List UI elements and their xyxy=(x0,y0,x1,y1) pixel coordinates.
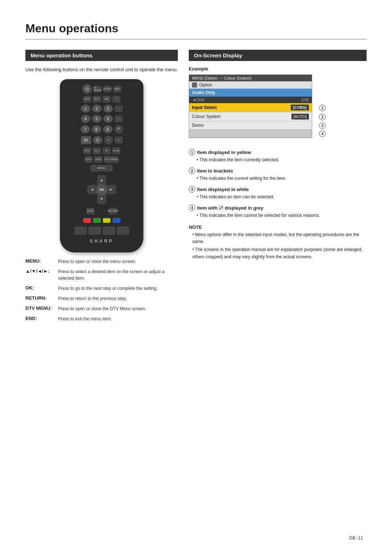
circle-1: 1 xyxy=(189,149,195,155)
osd-option-row: Option xyxy=(189,81,312,89)
key-desc-arrows: Press to select a desired item on the sc… xyxy=(58,268,178,281)
key-label-dtv-menu: DTV MENU: xyxy=(25,305,58,311)
osd-row-2-label: Colour System xyxy=(192,114,221,119)
p-btn[interactable]: P xyxy=(114,125,123,134)
ego-btn[interactable]: EGO xyxy=(94,156,102,163)
key-desc-return: Press to return to the previous step. xyxy=(58,295,127,302)
bottom-btn-3[interactable] xyxy=(103,227,115,235)
key-row-dtv-menu: DTV MENU: Press to open or close the DTV… xyxy=(25,305,178,312)
return-btn[interactable]: RETURN xyxy=(109,208,117,214)
item-title-1: 1 Item displayed in yellow xyxy=(189,149,367,155)
dpad-right[interactable]: ► xyxy=(106,185,116,194)
osd-row-1-value: [CVBS] xyxy=(291,105,309,110)
num0-btn[interactable]: 00 xyxy=(81,136,91,144)
num2-btn[interactable]: 2 xyxy=(92,105,102,113)
opc-btn[interactable]: OPC xyxy=(83,96,91,102)
note-bullet-2: The screens in the operation manual are … xyxy=(189,246,367,260)
dpad-down[interactable]: ▼ xyxy=(97,194,106,204)
example-label: Example xyxy=(189,66,367,72)
tcd-btn[interactable]: TCD xyxy=(83,147,91,154)
dot-btn[interactable]: 0 xyxy=(93,136,102,144)
key-desc-end: Press to exit the menu item. xyxy=(58,316,112,322)
num3-btn[interactable]: 3 xyxy=(103,105,113,113)
num9-btn[interactable]: 9 xyxy=(103,125,113,133)
ok-btn[interactable]: OK xyxy=(96,184,107,195)
dpad[interactable]: ▲ ▼ ◄ ► OK xyxy=(87,175,116,204)
osd-title-text: MENU [Option → Colour System] xyxy=(192,76,251,80)
remote-control: ⏻ INMODE RADIO SRD OPC DTV GB + 1 2 3 xyxy=(60,79,143,252)
circle-3: 3 xyxy=(189,186,195,193)
sleep-btn[interactable]: SLEEP xyxy=(113,147,121,154)
osd-dnr-left: ◄DNR xyxy=(192,98,205,102)
green-btn[interactable] xyxy=(93,218,101,223)
red-btn[interactable] xyxy=(83,218,91,223)
eq-btn[interactable]: = xyxy=(115,116,123,122)
item-explain-3: 3 Item displayed in white This indicates… xyxy=(189,186,367,200)
epg-btn[interactable]: EPG xyxy=(85,156,93,163)
osd-title-bar: MENU [Option → Colour System] xyxy=(189,75,312,81)
blue-btn[interactable] xyxy=(113,218,121,223)
osd-row-input-select: Input Select [CVBS] xyxy=(189,103,312,112)
note-bullet-1: Menu options differ in the selected inpu… xyxy=(189,231,367,245)
osd-indicator-2: 2 xyxy=(319,114,326,120)
plus-btn[interactable]: + xyxy=(113,96,121,102)
osd-row-3-wrapper: Demo 3 xyxy=(189,121,312,130)
osd-indicator-1: 1 xyxy=(319,105,326,111)
osd-row-demo: Demo xyxy=(189,121,312,130)
osd-indicator-3: 3 xyxy=(319,122,326,129)
item-explain-4: 4 Item with displayed in grey This indic… xyxy=(189,204,367,219)
key-descriptions: MENU: Press to open or close the menu sc… xyxy=(25,258,178,322)
num5-btn[interactable]: 5 xyxy=(92,115,102,123)
yellow-btn[interactable] xyxy=(103,218,111,223)
no-symbol-icon xyxy=(219,206,223,210)
item-bullet-3: This indicates an item can be selected. xyxy=(189,194,367,200)
item-bullet-4: This indicates the item cannot be select… xyxy=(189,212,367,219)
osd-row-2-value: [AUTO] xyxy=(291,114,309,119)
dash-btn[interactable]: – xyxy=(115,105,123,112)
osd-row-1-label: Input Select xyxy=(192,105,217,110)
key-row-end: END: Press to exit the menu item. xyxy=(25,316,178,322)
num7-btn[interactable]: 7 xyxy=(81,125,90,133)
surround-btn[interactable]: SRD xyxy=(113,86,121,92)
dpad-up[interactable]: ▲ xyxy=(97,175,106,185)
right-section-header: On-Screen Display xyxy=(189,50,367,61)
gb-btn[interactable]: GB xyxy=(103,96,111,102)
dtv-btn[interactable]: DTV xyxy=(93,96,101,102)
osd-option-icon xyxy=(192,82,197,88)
key-row-ok: OK: Press to go to the next step or comp… xyxy=(25,285,178,292)
osd-row-empty xyxy=(189,130,312,138)
inmode-btn[interactable]: INMODE xyxy=(94,86,102,92)
bottom-btn-2[interactable] xyxy=(89,227,101,235)
bottom-btn-4[interactable] xyxy=(117,227,129,235)
dtv-menu-btn[interactable]: DTV MENU xyxy=(104,156,119,163)
power-btn[interactable]: ⏻ xyxy=(82,84,92,94)
item-explanations: 1 Item displayed in yellow This indicate… xyxy=(189,149,367,219)
end-btn[interactable]: END xyxy=(86,208,94,214)
key-desc-ok: Press to go to the next step or complete… xyxy=(58,285,158,292)
check-btn[interactable]: ✓ xyxy=(104,136,113,145)
num1-btn[interactable]: 1 xyxy=(81,105,90,113)
num8-btn[interactable]: 8 xyxy=(92,125,101,133)
circle-4: 4 xyxy=(189,204,195,211)
key-label-menu: MENU: xyxy=(25,258,58,264)
osd-indicator-4: 4 xyxy=(319,130,326,137)
intro-text: Use the following buttons on the remote … xyxy=(25,66,178,73)
id-btn[interactable]: ID xyxy=(103,147,111,154)
page-title: Menu operations xyxy=(25,22,367,40)
page-number: GB -11 xyxy=(349,535,363,540)
key-label-return: RETURN: xyxy=(25,295,58,301)
radio-btn[interactable]: RADIO xyxy=(103,86,111,92)
key-desc-menu: Press to open or close the menu screen. xyxy=(58,258,136,265)
checkmark-btn[interactable]: ✓ xyxy=(115,137,123,143)
bottom-btn-1[interactable] xyxy=(74,227,87,235)
right-column: On-Screen Display Example MENU [Option →… xyxy=(189,50,367,262)
circle-2: 2 xyxy=(189,167,195,174)
key-row-menu: MENU: Press to open or close the menu sc… xyxy=(25,258,178,265)
osd-dnr-row: ◄DNR [Off] xyxy=(189,97,312,103)
dpad-left[interactable]: ◄ xyxy=(87,185,97,194)
menu-btn[interactable]: MENU xyxy=(91,165,113,171)
num4-btn[interactable]: 4 xyxy=(81,115,90,123)
num6-btn[interactable]: 6 xyxy=(103,115,113,123)
15plus1-btn[interactable]: 1/5+1 xyxy=(93,147,101,154)
note-label: NOTE xyxy=(189,224,367,230)
